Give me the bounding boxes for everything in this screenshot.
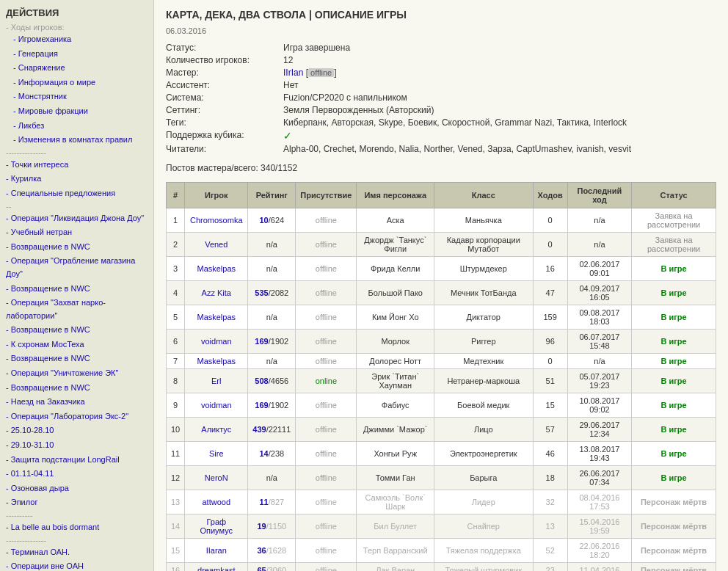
player-name-link[interactable]: Граф Опиумус xyxy=(200,517,233,535)
player-name-link[interactable]: Azz Kita xyxy=(202,288,231,297)
player-name-link[interactable]: IIaran xyxy=(206,546,227,555)
sidebar-link[interactable]: - Наезд на Заказчика xyxy=(6,396,148,409)
table-header: Присутствие xyxy=(296,183,357,208)
sidebar-link[interactable]: - Специальные предложения xyxy=(6,187,148,200)
sidebar-link[interactable]: - Операция "Захват нарко-лаборатории" xyxy=(6,297,148,322)
last-move: n/a xyxy=(567,208,631,233)
char-name: Терп Варранский xyxy=(357,539,434,563)
player-rating: 65/3060 xyxy=(248,563,296,572)
last-move: 08.04.2016 17:53 xyxy=(567,490,631,514)
sidebar-link[interactable]: - Точки интереса xyxy=(6,159,148,172)
sidebar-divider: -- xyxy=(6,202,11,211)
sidebar-link[interactable]: - Изменения в комнатах правил xyxy=(13,134,148,147)
tags-label: Теги: xyxy=(166,117,283,128)
player-name-link[interactable]: Vened xyxy=(205,240,228,249)
char-name: Томми Ган xyxy=(357,466,434,490)
player-status: Заявка на рассмотрении xyxy=(632,233,716,257)
sidebar-link[interactable]: - Операции вне ОАН xyxy=(6,560,148,571)
player-presence: online xyxy=(296,369,357,393)
dice-value: ✓ xyxy=(283,130,292,142)
sidebar-link[interactable]: - Генерация xyxy=(13,48,148,61)
table-row: 8Erl508/4656onlineЭрик `Титан` ХаупманНе… xyxy=(167,369,716,393)
player-name-link[interactable]: attwood xyxy=(203,498,231,506)
last-move: 02.06.2017 09:01 xyxy=(567,257,631,281)
sidebar-link[interactable]: - Монстрятник xyxy=(13,90,148,103)
player-name-link[interactable]: Chromosomka xyxy=(190,216,243,225)
sidebar-link[interactable]: - Возвращение в NWC xyxy=(6,352,148,365)
player-name-link[interactable]: Аликтус xyxy=(201,425,231,434)
player-name-link[interactable]: voidman xyxy=(201,337,232,346)
table-row: 2Venedn/aofflineДжордж `Танкус` ФиглиКад… xyxy=(167,233,716,257)
player-name-link[interactable]: NeroN xyxy=(205,473,228,482)
master-name-link[interactable]: IIrIan xyxy=(283,68,303,78)
player-presence: offline xyxy=(296,490,357,514)
sidebar-link[interactable]: - Операция "Ликвидация Джона Доу" xyxy=(6,212,148,225)
sidebar-link[interactable]: - La belle au bois dormant xyxy=(6,521,148,534)
sidebar-link[interactable]: - Эпилог xyxy=(6,496,148,509)
row-num: 7 xyxy=(167,354,185,369)
player-name-link[interactable]: Maskelpas xyxy=(197,264,236,273)
table-row: 15IIaran36/1628offlineТерп ВарранскийТяж… xyxy=(167,539,716,563)
player-status: В игре xyxy=(632,418,716,442)
player-name-link[interactable]: Erl xyxy=(211,377,221,385)
sidebar-link[interactable]: - Учебный нетран xyxy=(6,226,148,239)
sidebar-link[interactable]: - Возвращение в NWC xyxy=(6,241,148,254)
table-header: Имя персонажа xyxy=(357,183,434,208)
sidebar-link[interactable]: - Мировые фракции xyxy=(13,105,148,118)
sidebar-link[interactable]: - 25.10-28.10 xyxy=(6,424,148,437)
sidebar-link[interactable]: - Ликбез xyxy=(13,120,148,133)
setting-value: Земля Перворожденных (Авторский) xyxy=(283,105,434,115)
player-name-link[interactable]: Maskelpas xyxy=(197,313,236,321)
sidebar-link[interactable]: - Информация о мире xyxy=(13,76,148,90)
sidebar-link[interactable]: - Озоновая дыра xyxy=(6,482,148,495)
player-presence: offline xyxy=(296,233,357,257)
player-name-link[interactable]: Maskelpas xyxy=(197,357,236,365)
player-presence: offline xyxy=(296,257,357,281)
char-class: Тяжелый штурмовик xyxy=(434,563,533,572)
moves-count: 159 xyxy=(533,305,567,330)
sidebar-link[interactable]: - Операция "Лаборатория Экс-2" xyxy=(6,410,148,423)
sidebar: ДЕЙСТВИЯ - Ходы игроков:- Игромеханика- … xyxy=(0,0,154,571)
sidebar-link[interactable]: - Операция "Ограбление магазина Доу" xyxy=(6,255,148,280)
player-status: В игре xyxy=(632,354,716,369)
date: 06.03.2016 xyxy=(166,26,716,35)
moves-count: 51 xyxy=(533,369,567,393)
player-rating: 11/827 xyxy=(248,490,296,514)
char-class: Маньячка xyxy=(434,208,533,233)
sidebar-link[interactable]: - Терминал ОАН. xyxy=(6,546,148,559)
moves-count: 18 xyxy=(533,466,567,490)
row-num: 6 xyxy=(167,330,185,354)
table-row: 16dreamkast65/3060offlineЛак ВаранТяжелы… xyxy=(167,563,716,572)
player-name-link[interactable]: voidman xyxy=(201,401,232,410)
player-name-link[interactable]: Sire xyxy=(209,449,224,458)
moves-count: 23 xyxy=(533,563,567,572)
sidebar-link[interactable]: - Возвращение в NWC xyxy=(6,283,148,296)
main-content: КАРТА, ДЕКА, ДВА СТВОЛА | ОПИСАНИЕ ИГРЫ … xyxy=(154,0,728,571)
table-row: 5Maskelpasn/aofflineКим Йонг ХоДиктатор1… xyxy=(167,305,716,330)
sidebar-link[interactable]: - Операция "Уничтожение ЭК" xyxy=(6,367,148,380)
player-status: В игре xyxy=(632,305,716,330)
sidebar-link[interactable]: - 29.10-31.10 xyxy=(6,439,148,452)
player-name-link[interactable]: dreamkast xyxy=(197,566,235,571)
player-rating: 19/1150 xyxy=(248,514,296,539)
table-row: 13attwood11/827offlineСамюэль `Волк` Шар… xyxy=(167,490,716,514)
assistant-label: Ассистент: xyxy=(166,80,283,90)
sidebar-link[interactable]: - Курилка xyxy=(6,172,148,186)
page-title: КАРТА, ДЕКА, ДВА СТВОЛА | ОПИСАНИЕ ИГРЫ xyxy=(166,9,716,21)
char-class: Штурмдекер xyxy=(434,257,533,281)
player-rating: n/a xyxy=(248,305,296,330)
sidebar-link[interactable]: - 01.11-04.11 xyxy=(6,468,148,481)
table-header: Игрок xyxy=(185,183,248,208)
player-status: В игре xyxy=(632,466,716,490)
sidebar-link[interactable]: - Возвращение в NWC xyxy=(6,324,148,337)
sidebar-link[interactable]: - Защита подстанции LongRail xyxy=(6,454,148,467)
char-name: Морлок xyxy=(357,330,434,354)
row-num: 2 xyxy=(167,233,185,257)
table-row: 11Sire14/238offlineХонгьи РужЭлектроэнер… xyxy=(167,442,716,466)
sidebar-link[interactable]: - Игромеханика xyxy=(13,33,148,46)
char-class: Снайпер xyxy=(434,514,533,539)
sidebar-link[interactable]: - Снаряжение xyxy=(13,62,148,75)
char-name: Аска xyxy=(357,208,434,233)
sidebar-link[interactable]: - Возвращение в NWC xyxy=(6,382,148,395)
sidebar-link[interactable]: - К схронам МосТеха xyxy=(6,338,148,352)
